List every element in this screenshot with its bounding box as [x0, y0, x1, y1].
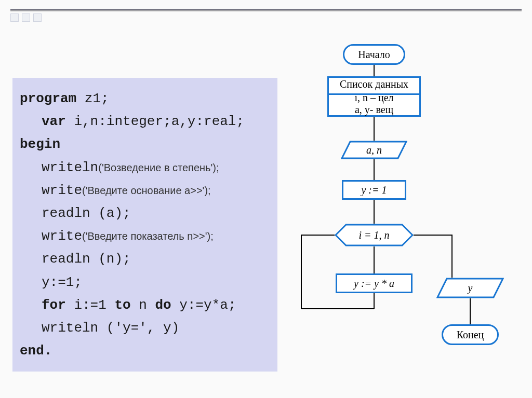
code-text: ('Введите основание a>>'); — [82, 185, 211, 196]
code-text: y:=y*a; — [171, 297, 236, 313]
kw-program: program — [20, 91, 76, 106]
flow-output: y — [436, 278, 504, 298]
code-line-9: y:=1; — [20, 271, 270, 294]
kw-do: do — [155, 297, 171, 313]
flow-end: Конец — [442, 324, 499, 345]
code-line-7: write('Введите показатель n>>'); — [20, 225, 270, 248]
flow-body: y := y * a — [336, 273, 413, 293]
fn-readln: readln (n); — [42, 251, 131, 267]
code-line-8: readln (n); — [20, 248, 270, 270]
code-text: n — [131, 297, 155, 313]
fn-writeln: writeln ('y=', y) — [42, 320, 179, 336]
code-line-3: begin — [20, 133, 270, 156]
kw-for: for — [42, 297, 66, 313]
flow-start: Начало — [343, 44, 405, 65]
flow-loop: i = 1, n — [335, 224, 414, 246]
kw-var: var — [42, 114, 66, 129]
code-line-6: readln (a); — [20, 202, 270, 225]
fn-write: write — [42, 183, 82, 198]
kw-end: end. — [20, 343, 52, 359]
code-line-5: write('Введите основание a>>'); — [20, 179, 270, 202]
kw-to: to — [114, 297, 130, 313]
code-line-2: var i,n:integer;a,y:real; — [20, 110, 270, 133]
flow-init: y := 1 — [342, 180, 406, 200]
flow-data-line2: a, y- вещ — [355, 104, 393, 115]
code-text: y:=1; — [42, 275, 82, 290]
code-line-10: for i:=1 to n do y:=y*a; — [20, 294, 270, 317]
flow-input: a, n — [341, 141, 407, 159]
code-box: program z1; var i,n:integer;a,y:real; be… — [12, 78, 277, 372]
flowchart: Начало Список данных i, n – цел a, y- ве… — [291, 44, 520, 392]
fn-readln: readln (a); — [42, 205, 131, 221]
code-text: ('Возведение в степень'); — [98, 162, 219, 173]
code-text: z1; — [76, 91, 109, 106]
top-border — [10, 9, 522, 11]
flow-data-title: Список данных — [340, 78, 408, 90]
kw-begin: begin — [20, 136, 60, 152]
code-line-1: program z1; — [20, 87, 270, 110]
code-text: ('Введите показатель n>>'); — [82, 230, 214, 242]
fn-write: write — [42, 228, 82, 244]
code-line-4: writeln('Возведение в степень'); — [20, 156, 270, 179]
code-text: i,n:integer;a,y:real; — [66, 114, 244, 129]
code-line-12: end. — [20, 339, 270, 362]
flow-data-box: Список данных i, n – цел a, y- вещ — [327, 76, 421, 117]
deco-squares — [10, 13, 42, 22]
code-text: i:=1 — [66, 297, 115, 313]
fn-writeln: writeln — [42, 160, 98, 175]
code-line-11: writeln ('y=', y) — [20, 317, 270, 339]
